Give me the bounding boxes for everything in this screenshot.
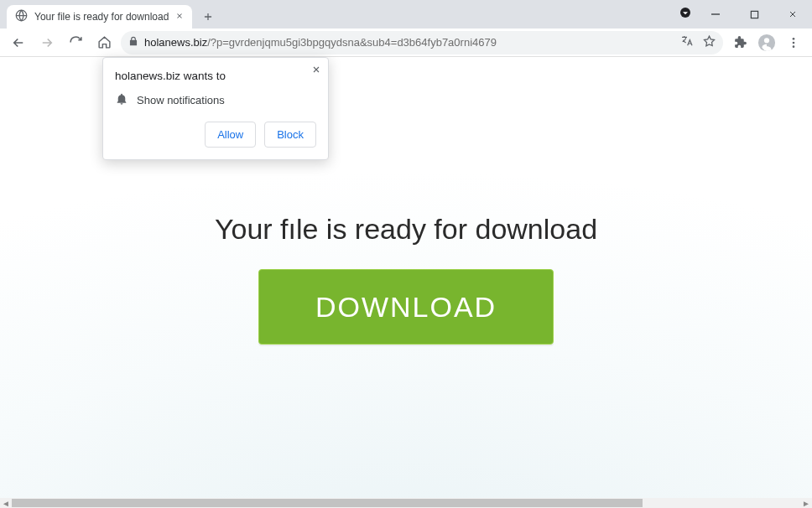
profile-avatar-button[interactable] — [755, 31, 778, 54]
horizontal-scrollbar[interactable]: ◄ ► — [0, 498, 812, 508]
bell-icon — [115, 92, 128, 108]
scrollbar-thumb[interactable] — [12, 499, 643, 507]
translate-icon[interactable] — [680, 34, 694, 50]
svg-point-6 — [793, 41, 795, 44]
new-tab-button[interactable] — [202, 5, 214, 29]
extensions-button[interactable] — [728, 31, 752, 54]
window-minimize-button[interactable] — [696, 0, 735, 29]
url-path: /?p=gvrdenjqmu5gi3bpgqydsna&sub4=d3b64fy… — [207, 36, 497, 49]
svg-point-5 — [793, 38, 795, 40]
url-text: holanews.biz/?p=gvrdenjqmu5gi3bpgqydsna&… — [144, 36, 497, 49]
close-icon[interactable] — [311, 65, 321, 77]
browser-tab[interactable]: Your file is ready for download — [7, 5, 192, 29]
chrome-account-indicator-icon[interactable] — [678, 5, 693, 23]
tab-strip: Your file is ready for download — [0, 0, 214, 29]
url-host: holanews.biz — [144, 36, 207, 49]
scrollbar-track[interactable] — [12, 498, 800, 508]
prompt-permission-text: Show notifications — [137, 94, 225, 106]
home-button[interactable] — [92, 31, 116, 54]
tab-title: Your file is ready for download — [34, 11, 169, 23]
menu-button[interactable] — [782, 31, 805, 54]
window-titlebar: Your file is ready for download — [0, 0, 812, 29]
block-button[interactable]: Block — [264, 122, 316, 148]
download-button[interactable]: DOWNLOAD — [258, 269, 554, 345]
address-bar[interactable]: holanews.biz/?p=gvrdenjqmu5gi3bpgqydsna&… — [121, 31, 723, 54]
page-headline: Your fıle is ready for download — [215, 213, 597, 246]
svg-point-4 — [764, 38, 769, 43]
back-button[interactable] — [7, 31, 30, 54]
permission-prompt: holanews.biz wants to Show notifications… — [102, 57, 329, 160]
bookmark-star-icon[interactable] — [702, 34, 716, 51]
svg-point-7 — [793, 45, 795, 48]
window-close-button[interactable] — [773, 0, 812, 29]
forward-button[interactable] — [35, 31, 59, 54]
window-controls — [678, 0, 812, 29]
scroll-right-arrow-icon[interactable]: ► — [800, 498, 812, 508]
allow-button[interactable]: Allow — [205, 122, 256, 148]
browser-toolbar: holanews.biz/?p=gvrdenjqmu5gi3bpgqydsna&… — [0, 29, 812, 57]
prompt-title: holanews.biz wants to — [115, 70, 316, 82]
reload-button[interactable] — [64, 31, 87, 54]
globe-icon — [15, 9, 28, 24]
scroll-left-arrow-icon[interactable]: ◄ — [0, 498, 12, 508]
window-maximize-button[interactable] — [735, 0, 773, 29]
close-tab-icon[interactable] — [175, 11, 184, 23]
lock-icon[interactable] — [128, 35, 139, 49]
svg-rect-2 — [751, 11, 757, 18]
